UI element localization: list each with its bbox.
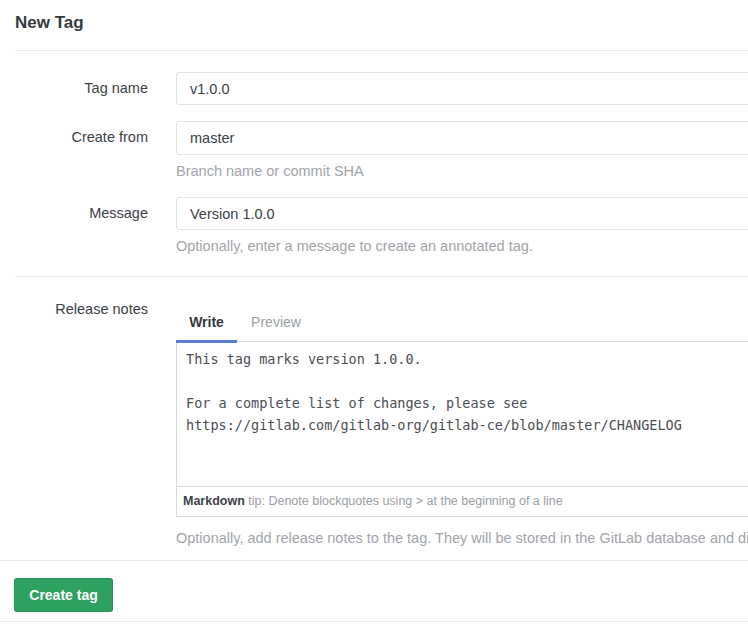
- tag-name-label: Tag name: [0, 79, 148, 98]
- release-notes-textarea[interactable]: This tag marks version 1.0.0. For a comp…: [176, 341, 748, 487]
- create-tag-button[interactable]: Create tag: [14, 578, 113, 612]
- markdown-tip-bold: Markdown: [183, 494, 245, 508]
- tab-preview[interactable]: Preview: [237, 307, 315, 340]
- active-tab-indicator: [176, 340, 237, 343]
- title-divider: [15, 50, 748, 51]
- create-from-input[interactable]: [176, 121, 748, 155]
- markdown-tip-bar: Markdown tip: Denote blockquotes using >…: [176, 487, 748, 517]
- page-title: New Tag: [15, 12, 84, 34]
- release-notes-label: Release notes: [0, 300, 148, 319]
- markdown-tip-text: tip: Denote blockquotes using > at the b…: [245, 494, 563, 508]
- actions-divider: [0, 560, 748, 561]
- section-divider: [15, 276, 748, 277]
- new-tag-page: { "page": { "title": "New Tag" }, "form"…: [0, 0, 748, 627]
- release-notes-help: Optionally, add release notes to the tag…: [176, 529, 748, 547]
- create-from-label: Create from: [0, 128, 148, 147]
- message-label: Message: [0, 204, 148, 223]
- create-from-help: Branch name or commit SHA: [176, 162, 364, 180]
- message-input[interactable]: [176, 197, 748, 230]
- tag-name-input[interactable]: [176, 72, 748, 105]
- message-help: Optionally, enter a message to create an…: [176, 237, 533, 255]
- bottom-divider: [0, 621, 748, 622]
- tab-write[interactable]: Write: [176, 307, 237, 340]
